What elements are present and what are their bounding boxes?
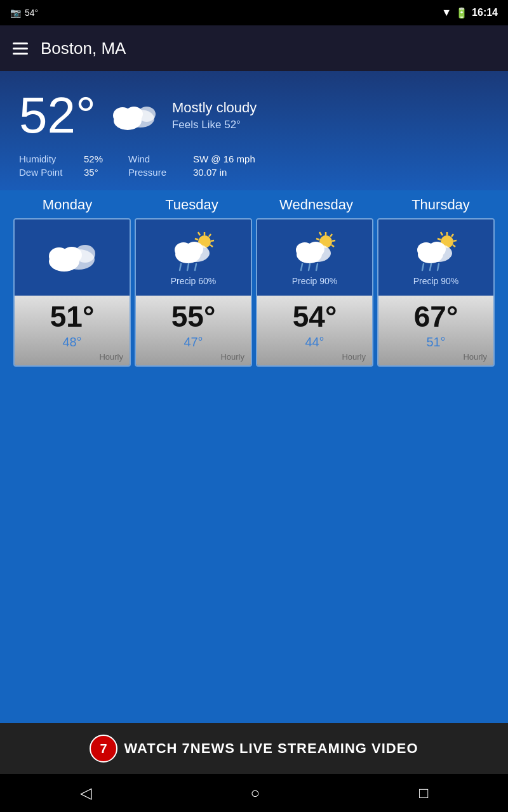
ad-content: 7 WATCH 7NEWS LIVE STREAMING VIDEO [90, 735, 418, 763]
svg-line-29 [319, 232, 321, 235]
day-card-wednesday[interactable]: Precip 90% 54° 44° Hourly [256, 218, 373, 367]
svg-line-36 [309, 264, 310, 270]
hamburger-line [13, 48, 28, 49]
svg-line-49 [422, 264, 424, 270]
svg-line-14 [210, 245, 213, 247]
monday-hourly[interactable]: Hourly [99, 352, 130, 362]
nav-bar: ◁ ○ □ [0, 774, 508, 812]
svg-line-22 [187, 264, 189, 270]
day-card-thursday[interactable]: Precip 90% 67° 51° Hourly [377, 218, 495, 367]
svg-line-40 [451, 234, 453, 237]
back-button[interactable]: ◁ [80, 784, 91, 802]
svg-line-15 [198, 232, 200, 235]
svg-line-16 [195, 239, 198, 240]
tuesday-hourly[interactable]: Hourly [220, 352, 251, 362]
day-card-tuesday[interactable]: Precip 60% 55° 47° Hourly [135, 218, 252, 367]
wednesday-low: 44° [305, 335, 324, 350]
svg-line-44 [438, 239, 441, 240]
svg-point-48 [428, 242, 446, 257]
card-bottom-monday: 51° 48° Hourly [15, 296, 130, 365]
status-temp: 54° [25, 8, 38, 18]
thursday-precip: Precip 90% [413, 276, 459, 286]
dewpoint-label: Dew Point [19, 167, 76, 178]
wind-value: SW @ 16 mph [193, 154, 255, 164]
svg-line-42 [453, 245, 455, 247]
hamburger-line [13, 43, 28, 44]
dewpoint-value: 35° [84, 167, 98, 178]
humidity-label: Humidity [19, 154, 76, 164]
svg-line-12 [209, 234, 211, 237]
wind-row: Wind SW @ 16 mph [128, 154, 255, 164]
top-bar: Boston, MA [0, 25, 508, 71]
forecast-section: Monday Tuesday Wednesday Thursday 51° 48… [0, 190, 508, 373]
day-label-monday: Monday [9, 197, 126, 213]
tuesday-high: 55° [171, 302, 216, 331]
camera-icon: 📷 [10, 8, 21, 18]
thursday-hourly[interactable]: Hourly [463, 352, 493, 362]
svg-line-50 [430, 264, 431, 270]
day-cards: 51° 48° Hourly [5, 218, 503, 367]
wednesday-high: 54° [293, 302, 337, 331]
weather-details: Humidity 52% Dew Point 35° Wind SW @ 16 … [19, 154, 489, 178]
card-top-monday [15, 219, 130, 296]
current-weather: 52° Mostly cloudy Feels Like 52° [19, 90, 489, 141]
svg-line-27 [332, 240, 335, 241]
menu-button[interactable] [13, 43, 28, 55]
card-bottom-thursday: 67° 51° Hourly [378, 296, 493, 365]
wednesday-precip: Precip 90% [292, 276, 338, 286]
svg-line-26 [330, 234, 332, 237]
svg-point-4 [125, 107, 143, 122]
tuesday-weather-icon [165, 229, 222, 273]
day-card-monday[interactable]: 51° 48° Hourly [13, 218, 131, 367]
svg-line-43 [441, 232, 443, 235]
pressure-label: Pressure [128, 167, 185, 178]
svg-line-35 [301, 264, 302, 270]
wind-label: Wind [128, 154, 185, 164]
svg-line-21 [180, 264, 181, 270]
monday-weather-icon [44, 237, 101, 275]
battery-icon: 🔋 [455, 7, 468, 19]
status-left: 📷 54° [10, 8, 38, 18]
svg-line-23 [195, 264, 196, 270]
monday-high: 51° [50, 302, 95, 331]
svg-point-9 [62, 247, 82, 263]
weather-description: Mostly cloudy Feels Like 52° [172, 100, 257, 131]
card-bottom-wednesday: 54° 44° Hourly [257, 296, 372, 365]
card-top-thursday: Precip 90% [378, 219, 493, 296]
monday-low: 48° [62, 335, 81, 350]
news7-logo: 7 [90, 735, 117, 763]
svg-point-20 [185, 242, 203, 257]
status-bar: 📷 54° ▼ 🔋 16:14 [0, 0, 508, 25]
svg-line-28 [331, 245, 334, 247]
svg-line-41 [453, 240, 457, 241]
ad-text: WATCH 7NEWS LIVE STREAMING VIDEO [124, 740, 418, 757]
pressure-row: Pressure 30.07 in [128, 167, 255, 178]
day-label-tuesday: Tuesday [133, 197, 251, 213]
detail-col-left: Humidity 52% Dew Point 35° [19, 154, 103, 178]
recents-button[interactable]: □ [419, 784, 429, 802]
ad-banner[interactable]: 7 WATCH 7NEWS LIVE STREAMING VIDEO [0, 723, 508, 774]
city-name: Boston, MA [41, 39, 126, 58]
days-header: Monday Tuesday Wednesday Thursday [5, 197, 503, 213]
clock: 16:14 [472, 7, 498, 18]
status-right: ▼ 🔋 16:14 [441, 7, 498, 19]
tuesday-precip: Precip 60% [171, 276, 217, 286]
humidity-row: Humidity 52% [19, 154, 103, 164]
weather-condition: Mostly cloudy [172, 100, 257, 116]
weather-icon [109, 96, 159, 134]
thursday-high: 67° [414, 302, 458, 331]
tuesday-low: 47° [184, 335, 203, 350]
home-button[interactable]: ○ [251, 784, 260, 802]
svg-line-30 [316, 239, 319, 240]
day-label-thursday: Thursday [382, 197, 500, 213]
hamburger-line [13, 53, 28, 55]
svg-line-51 [438, 264, 439, 270]
svg-point-34 [307, 242, 324, 257]
thursday-weather-icon [408, 229, 465, 273]
wifi-icon: ▼ [441, 7, 451, 18]
bottom-area [0, 373, 508, 684]
wednesday-hourly[interactable]: Hourly [342, 352, 372, 362]
feels-like: Feels Like 52° [172, 119, 257, 131]
card-top-tuesday: Precip 60% [136, 219, 251, 296]
day-label-wednesday: Wednesday [258, 197, 375, 213]
